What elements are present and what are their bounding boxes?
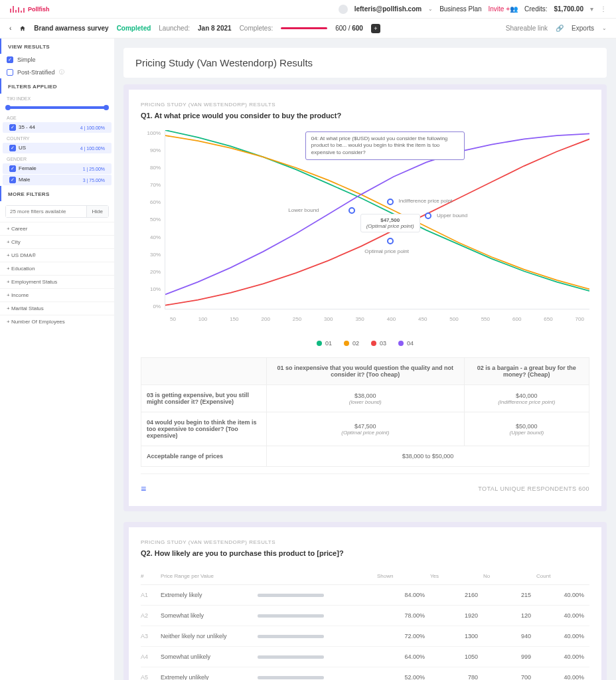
tiki-label: TIKI INDEX: [0, 94, 114, 102]
q1-overline: PRICING STUDY (VAN WESTENDORP) RESULTS: [141, 102, 589, 108]
top-right: lefteris@pollfish.com ⌄ Business Plan In…: [339, 5, 607, 14]
status-badge: Completed: [117, 25, 151, 32]
plot-area: 04: At what price ($USD) would you consi…: [165, 130, 589, 309]
topbar: Pollfish lefteris@pollfish.com ⌄ Busines…: [0, 0, 616, 19]
avatar[interactable]: [339, 5, 348, 14]
page-title: Pricing Study (Van Westendorp) Results: [135, 57, 595, 68]
q1-footer-text: TOTAL UNIQUE RESPONDENTS 600: [478, 485, 589, 492]
subbar: ‹ Brand awarness survey Completed Launch…: [0, 19, 616, 39]
view-post-stratified[interactable]: Post-Stratified ⓘ: [0, 66, 114, 78]
checkbox-icon: [7, 56, 13, 63]
checkbox-icon: [7, 69, 13, 76]
filter-country-row[interactable]: US4 | 100.00%: [3, 143, 112, 153]
sidebar: VIEW RESULTS Simple Post-Stratified ⓘ FI…: [0, 39, 114, 680]
optimal-marker: [387, 238, 394, 244]
more-icon[interactable]: ⋮: [600, 5, 607, 13]
indiff-marker: [387, 199, 394, 205]
logo[interactable]: Pollfish: [9, 5, 50, 14]
col1-header: 01 so inexpensive that you would questio…: [267, 358, 465, 385]
q2-row: A1Extremely likely84.00%216021540.00%: [141, 585, 589, 606]
q2-row: A3Neither likely nor unlikely72.00%13009…: [141, 626, 589, 647]
filter-search-input[interactable]: [6, 206, 86, 217]
q2-row: A5Extremely unlikely52.00%78070040.00%: [141, 667, 589, 680]
filter-age-label: AGE: [0, 113, 114, 122]
back-icon[interactable]: ‹: [9, 25, 11, 32]
more-filter-item[interactable]: + Income: [0, 288, 114, 301]
q1-card: PRICING STUDY (VAN WESTENDORP) RESULTS Q…: [123, 84, 607, 511]
lower-label: Lower bound: [288, 207, 319, 213]
invite-link[interactable]: Invite +👥: [489, 5, 518, 13]
more-filter-item[interactable]: + Career: [0, 222, 114, 235]
tiki-slider[interactable]: [7, 106, 108, 109]
optimal-label: Optimal price point: [364, 248, 409, 254]
y-axis: 100%90%80%70%60%50%40%30%20%10%0%: [141, 130, 165, 309]
table-row: 03 is getting expensive, but you still m…: [141, 385, 589, 412]
view-results-header: VIEW RESULTS: [0, 39, 114, 54]
user-email[interactable]: lefteris@pollfish.com: [354, 5, 422, 13]
add-button[interactable]: +: [371, 24, 380, 33]
credits-label: Credits:: [524, 5, 547, 13]
more-filter-item[interactable]: + Number Of Employees: [0, 315, 114, 328]
chart-legend: 01020304: [141, 340, 589, 347]
indiff-label: Indifference price point: [398, 198, 452, 204]
completes-count: 600 / 600: [335, 25, 363, 32]
q2-table: # Price Range per Value Shown Yes No Cou…: [141, 568, 589, 680]
legend-item: 04: [398, 340, 414, 347]
survey-name: Brand awarness survey: [34, 25, 108, 32]
completes-label: Completes:: [240, 25, 273, 32]
chart-tooltip: 04: At what price ($USD) would you consi…: [305, 131, 465, 160]
q2-header: # Price Range per Value Shown Yes No Cou…: [141, 568, 589, 585]
list-icon[interactable]: ≡: [141, 483, 146, 494]
shareable-link[interactable]: Shareable link: [506, 25, 548, 32]
chevron-down-icon[interactable]: ⌄: [428, 6, 433, 12]
page-title-card: Pricing Study (Van Westendorp) Results: [123, 48, 607, 78]
q1-chart: 100%90%80%70%60%50%40%30%20%10%0% 04: At…: [141, 130, 589, 329]
optimal-value-box: $47,500 (Optimal price point): [360, 214, 420, 232]
hide-button[interactable]: Hide: [86, 206, 108, 217]
more-filter-item[interactable]: + Employment Status: [0, 275, 114, 288]
legend-item: 01: [317, 340, 332, 347]
home-icon[interactable]: [19, 25, 26, 32]
more-filter-item[interactable]: + Education: [0, 262, 114, 275]
lower-marker: [348, 207, 355, 214]
q2-overline: PRICING STUDY (VAN WESTENDORP) RESULTS: [141, 539, 589, 545]
filter-search[interactable]: Hide: [5, 205, 109, 218]
more-filters-header: MORE FILTERS: [0, 186, 114, 201]
q1-title: Q1. At what price would you consider to …: [141, 112, 589, 120]
filter-male-row[interactable]: Male3 | 75.00%: [3, 175, 112, 185]
plan-label: Business Plan: [439, 5, 481, 13]
legend-item: 03: [371, 340, 386, 347]
launched-date: Jan 8 2021: [198, 25, 232, 32]
link-icon[interactable]: 🔗: [556, 25, 564, 32]
legend-item: 02: [344, 340, 359, 347]
filter-age-row[interactable]: 35 - 444 | 100.00%: [3, 122, 112, 133]
q1-footer: ≡ TOTAL UNIQUE RESPONDENTS 600: [141, 473, 589, 494]
q2-card: PRICING STUDY (VAN WESTENDORP) RESULTS Q…: [123, 522, 607, 680]
filter-female-row[interactable]: Female1 | 25.00%: [3, 163, 112, 174]
x-axis: 5010015020025030035040045050055060065070…: [165, 316, 589, 329]
credits-dropdown[interactable]: ▾: [590, 5, 593, 13]
launched-label: Launched:: [159, 25, 190, 32]
more-filter-item[interactable]: + US DMA®: [0, 248, 114, 262]
view-simple[interactable]: Simple: [0, 54, 114, 66]
upper-label: Upper bound: [437, 212, 467, 218]
upper-marker: [425, 212, 431, 219]
exports-button[interactable]: Exports: [572, 25, 594, 32]
table-row: 04 would you begin to think the item is …: [141, 412, 589, 446]
logo-icon: [9, 5, 25, 14]
credits-value: $1,700.00: [554, 5, 584, 13]
table-row: Acceptable range of prices $38,000 to $5…: [141, 446, 589, 467]
q2-title: Q2. How likely are you to purchase this …: [141, 549, 589, 557]
q2-row: A4Somewhat unlikely64.00%105099940.00%: [141, 647, 589, 667]
filters-applied-header: FILTERS APPLIED: [0, 78, 114, 94]
more-filter-item[interactable]: + Marital Status: [0, 301, 114, 315]
col2-header: 02 is a bargain - a great buy for the mo…: [464, 358, 589, 385]
completes-progress: [281, 27, 327, 29]
filter-gender-label: GENDER: [0, 154, 114, 163]
brand-name: Pollfish: [28, 6, 50, 13]
q2-row: A2Somewhat likely78.00%192012040.00%: [141, 606, 589, 626]
content: Pricing Study (Van Westendorp) Results P…: [114, 39, 616, 680]
chevron-down-icon[interactable]: ⌄: [602, 25, 607, 31]
q1-results-table: 01 so inexpensive that you would questio…: [141, 357, 589, 467]
more-filter-item[interactable]: + City: [0, 235, 114, 248]
